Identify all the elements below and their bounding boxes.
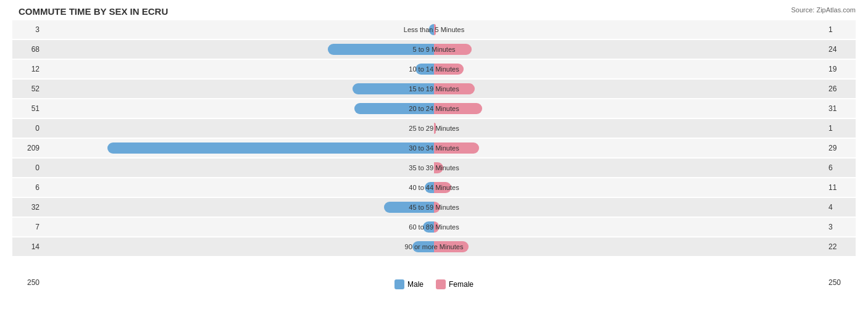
source-label: Source: ZipAtlas.com: [791, 6, 856, 14]
male-bar: [415, 64, 434, 75]
axis-left-label: 250: [12, 278, 43, 287]
female-bar: [434, 64, 464, 75]
male-value: 32: [12, 203, 43, 212]
bars-area: 35 to 39 Minutes: [43, 159, 825, 177]
female-bar: [434, 162, 443, 173]
female-bar: [434, 103, 482, 114]
female-bar: [434, 202, 440, 213]
female-bar: [434, 142, 479, 154]
bars-area: 60 to 89 Minutes: [43, 218, 825, 236]
legend-female-box: [436, 279, 446, 289]
female-value: 26: [825, 85, 856, 93]
legend-male-label: Male: [407, 280, 424, 289]
male-value: 3: [12, 25, 43, 34]
female-bar: [434, 44, 472, 55]
male-value: 0: [12, 163, 43, 172]
female-value: 24: [825, 45, 856, 54]
chart-area: 3Less than 5 Minutes1685 to 9 Minutes241…: [12, 20, 856, 275]
chart-row: 3245 to 59 Minutes4: [12, 198, 856, 217]
chart-row: 3Less than 5 Minutes1: [12, 20, 856, 39]
female-bar: [434, 83, 475, 94]
legend-female: Female: [436, 279, 474, 289]
male-value: 6: [12, 183, 43, 192]
chart-row: 5120 to 24 Minutes31: [12, 99, 856, 118]
female-value: 22: [825, 242, 856, 251]
bars-area: 15 to 19 Minutes: [43, 80, 825, 98]
chart-row: 640 to 44 Minutes11: [12, 178, 856, 197]
female-value: 1: [825, 25, 856, 34]
legend: Male Female: [43, 276, 825, 289]
male-bar: [354, 103, 434, 114]
bottom-area: 250 Male Female 250: [12, 276, 856, 289]
male-bar: [423, 221, 434, 233]
legend-male-box: [394, 279, 404, 289]
bars-area: 45 to 59 Minutes: [43, 198, 825, 217]
chart-row: 1210 to 14 Minutes19: [12, 60, 856, 78]
female-bar: [434, 123, 436, 134]
legend-inner: Male Female: [394, 279, 474, 289]
bars-area: 25 to 29 Minutes: [43, 119, 825, 138]
bars-area: Less than 5 Minutes: [43, 20, 825, 39]
chart-row: 20930 to 34 Minutes29: [12, 139, 856, 157]
female-value: 11: [825, 183, 856, 192]
bars-area: 5 to 9 Minutes: [43, 40, 825, 59]
chart-row: 5215 to 19 Minutes26: [12, 80, 856, 98]
female-bar: [434, 182, 451, 193]
female-value: 4: [825, 203, 856, 212]
male-bar: [107, 142, 434, 154]
male-value: 7: [12, 223, 43, 231]
female-value: 29: [825, 144, 856, 152]
chart-row: 035 to 39 Minutes6: [12, 159, 856, 177]
legend-female-label: Female: [449, 280, 474, 289]
male-value: 52: [12, 85, 43, 93]
male-value: 68: [12, 45, 43, 54]
male-value: 209: [12, 144, 43, 152]
female-bar: [434, 24, 436, 35]
chart-row: 760 to 89 Minutes3: [12, 218, 856, 236]
chart-row: 1490 or more Minutes22: [12, 237, 856, 256]
male-bar: [353, 83, 434, 94]
male-value: 51: [12, 104, 43, 113]
bars-area: 40 to 44 Minutes: [43, 178, 825, 197]
male-value: 14: [12, 242, 43, 251]
axis-right-label: 250: [825, 278, 856, 287]
bars-area: 10 to 14 Minutes: [43, 60, 825, 78]
female-value: 1: [825, 124, 856, 133]
male-value: 12: [12, 65, 43, 73]
female-bar: [434, 241, 469, 252]
male-bar: [425, 182, 434, 193]
chart-title: COMMUTE TIME BY SEX IN ECRU: [12, 6, 856, 17]
female-value: 6: [825, 163, 856, 172]
female-value: 19: [825, 65, 856, 73]
male-value: 0: [12, 124, 43, 133]
female-bar: [434, 221, 439, 233]
chart-row: 025 to 29 Minutes1: [12, 119, 856, 138]
male-bar: [429, 24, 434, 35]
bars-area: 30 to 34 Minutes: [43, 139, 825, 157]
legend-male: Male: [394, 279, 424, 289]
male-bar: [412, 241, 434, 252]
bars-area: 90 or more Minutes: [43, 237, 825, 256]
female-value: 31: [825, 104, 856, 113]
male-bar: [384, 202, 434, 213]
female-value: 3: [825, 223, 856, 231]
male-bar: [328, 44, 434, 55]
chart-container: COMMUTE TIME BY SEX IN ECRU Source: ZipA…: [0, 0, 868, 322]
bars-area: 20 to 24 Minutes: [43, 99, 825, 118]
chart-row: 685 to 9 Minutes24: [12, 40, 856, 59]
